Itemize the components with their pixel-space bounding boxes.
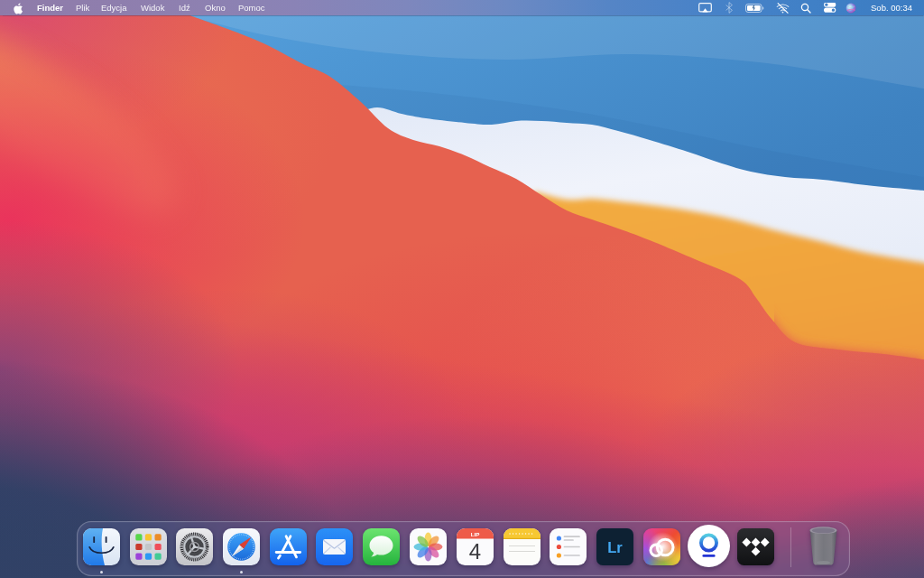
svg-text:LIP: LIP bbox=[470, 530, 479, 536]
svg-text:Lr: Lr bbox=[607, 539, 623, 555]
svg-text:4: 4 bbox=[468, 538, 480, 563]
